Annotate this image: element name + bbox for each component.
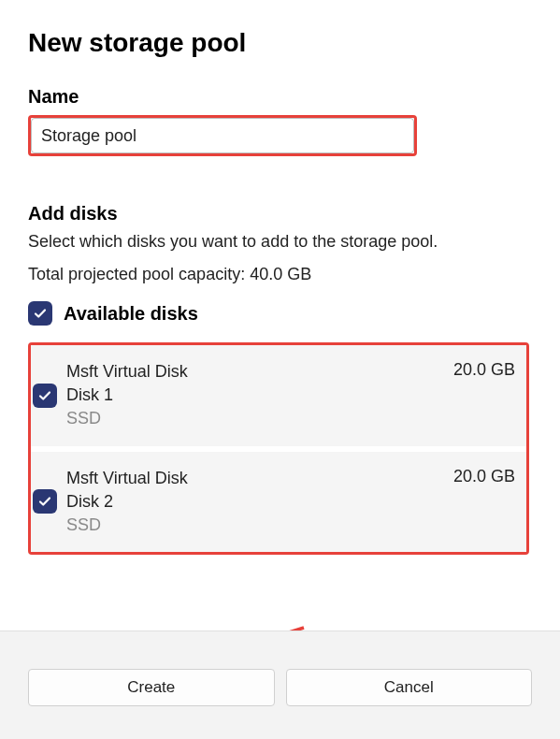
disk-name: Disk 2 bbox=[66, 490, 188, 514]
disk-row[interactable]: Msft Virtual Disk Disk 1 SSD 20.0 GB bbox=[31, 345, 526, 446]
page-title: New storage pool bbox=[28, 28, 532, 58]
name-label: Name bbox=[28, 86, 532, 108]
pool-capacity-text: Total projected pool capacity: 40.0 GB bbox=[28, 265, 532, 284]
create-button[interactable]: Create bbox=[28, 669, 275, 706]
check-icon bbox=[33, 306, 48, 321]
name-input-highlight bbox=[28, 115, 417, 156]
name-input[interactable] bbox=[32, 126, 184, 146]
disk-type: SSD bbox=[66, 514, 188, 537]
disk-checkbox[interactable] bbox=[33, 384, 57, 408]
disk-model: Msft Virtual Disk bbox=[66, 467, 188, 490]
disk-row[interactable]: Msft Virtual Disk Disk 2 SSD 20.0 GB bbox=[31, 452, 526, 553]
available-disks-label: Available disks bbox=[64, 303, 198, 325]
disks-list-highlight: Msft Virtual Disk Disk 1 SSD 20.0 GB Msf… bbox=[28, 342, 529, 555]
disk-size: 20.0 GB bbox=[453, 360, 515, 380]
dialog-footer: Create Cancel bbox=[0, 630, 560, 739]
disk-name: Disk 1 bbox=[66, 384, 188, 407]
add-disks-description: Select which disks you want to add to th… bbox=[28, 232, 532, 252]
add-disks-heading: Add disks bbox=[28, 203, 532, 225]
available-disks-checkbox[interactable] bbox=[28, 301, 52, 326]
disk-model: Msft Virtual Disk bbox=[66, 360, 188, 384]
check-icon bbox=[37, 494, 52, 509]
disk-size: 20.0 GB bbox=[453, 467, 515, 486]
cancel-button[interactable]: Cancel bbox=[286, 669, 533, 706]
check-icon bbox=[37, 388, 52, 403]
disk-type: SSD bbox=[66, 407, 188, 430]
disk-checkbox[interactable] bbox=[33, 489, 57, 514]
